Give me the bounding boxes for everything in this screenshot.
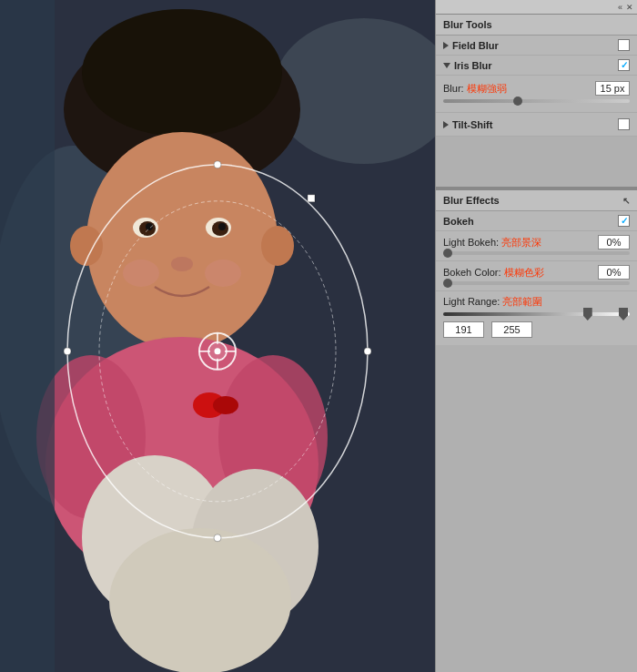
tilt-shift-checkbox[interactable]	[618, 118, 630, 130]
panel-collapse-btn[interactable]: «	[618, 3, 622, 12]
light-range-value-left[interactable]: 191	[443, 321, 484, 338]
field-blur-label: Field Blur	[452, 40, 499, 51]
bokeh-checkbox[interactable]	[618, 215, 630, 227]
iris-blur-item[interactable]: Iris Blur	[436, 56, 637, 76]
bokeh-color-slider[interactable]	[443, 281, 630, 285]
blur-value-box[interactable]: 15 px	[595, 81, 630, 96]
iris-blur-expanded: Blur: 模糊強弱 15 px	[436, 76, 637, 113]
blur-effects-section: Blur Effects ↖ Bokeh Light Bokeh: 亮部景深 0…	[436, 188, 637, 345]
ellipse-svg	[63, 160, 372, 543]
panel-bottom-spacer	[436, 345, 637, 672]
blur-slider-track[interactable]	[443, 99, 630, 103]
tilt-shift-expand-icon[interactable]	[443, 121, 449, 128]
panel-close-btn[interactable]: ✕	[626, 3, 633, 12]
light-bokeh-chinese: 亮部景深	[501, 237, 541, 248]
canvas-area	[0, 0, 435, 672]
blur-effects-title: Blur Effects	[443, 195, 500, 206]
svg-point-30	[214, 161, 221, 168]
iris-blur-checkbox[interactable]	[618, 59, 630, 71]
blur-effects-header: Blur Effects ↖	[436, 190, 637, 211]
light-range-values: 191 255	[443, 321, 630, 338]
cursor-indicator: ↖	[622, 196, 630, 206]
blur-slider-thumb[interactable]	[513, 97, 522, 106]
svg-point-31	[214, 535, 221, 542]
light-bokeh-row: Light Bokeh: 亮部景深 0%	[436, 231, 637, 261]
blur-row-label: Blur: 模糊強弱	[443, 82, 507, 96]
bokeh-color-chinese: 模糊色彩	[504, 267, 544, 278]
svg-point-37	[215, 348, 221, 354]
light-range-label: Light Range: 亮部範圍	[443, 295, 542, 309]
light-range-value-right[interactable]: 255	[491, 321, 532, 338]
light-bokeh-thumb[interactable]	[443, 249, 452, 258]
field-blur-item[interactable]: Field Blur	[436, 36, 637, 56]
blur-tools-section: Blur Tools Field Blur Iris Blur Blur: 模糊	[436, 15, 637, 188]
blur-tools-header: Blur Tools	[436, 15, 637, 36]
tilt-shift-label: Tilt-Shift	[452, 119, 492, 130]
iris-blur-label: Iris Blur	[454, 60, 492, 71]
panel-topbar: « ✕	[436, 0, 637, 15]
bokeh-color-thumb[interactable]	[443, 279, 452, 288]
right-panel: « ✕ Blur Tools Field Blur Iris Blur	[435, 0, 637, 672]
blur-tools-title: Blur Tools	[443, 19, 492, 30]
light-range-section: Light Range: 亮部範圍 191 255	[436, 291, 637, 345]
bokeh-color-row: Bokeh Color: 模糊色彩 0%	[436, 261, 637, 291]
bokeh-row[interactable]: Bokeh	[436, 211, 637, 231]
light-range-track[interactable]	[443, 312, 630, 316]
field-blur-expand-icon[interactable]	[443, 42, 449, 49]
blur-chinese-label: 模糊強弱	[467, 83, 507, 94]
light-range-chinese: 亮部範圍	[502, 296, 542, 307]
blur-tools-spacer	[436, 137, 637, 187]
svg-point-33	[364, 348, 371, 355]
bokeh-color-label: Bokeh Color: 模糊色彩	[443, 266, 544, 280]
field-blur-checkbox[interactable]	[618, 39, 630, 51]
light-range-thumb-right[interactable]	[619, 308, 628, 321]
blur-value-row: Blur: 模糊強弱 15 px	[443, 81, 630, 96]
light-bokeh-label: Light Bokeh: 亮部景深	[443, 236, 541, 249]
light-bokeh-slider[interactable]	[443, 251, 630, 255]
tilt-shift-item[interactable]: Tilt-Shift	[436, 113, 637, 137]
svg-rect-34	[308, 195, 315, 202]
bokeh-label: Bokeh	[443, 216, 474, 227]
light-range-thumb-left[interactable]	[583, 308, 592, 321]
iris-blur-expand-icon[interactable]	[443, 63, 450, 68]
bokeh-color-value[interactable]: 0%	[598, 265, 630, 280]
svg-point-32	[64, 348, 71, 355]
light-bokeh-value[interactable]: 0%	[598, 235, 630, 249]
iris-blur-ellipse[interactable]	[63, 160, 372, 543]
